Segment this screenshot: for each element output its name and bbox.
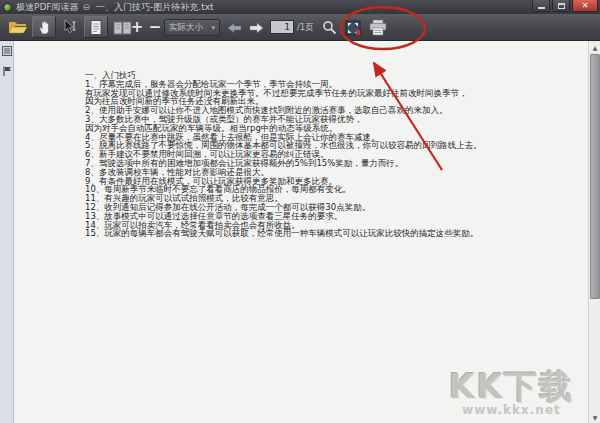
- single-page-icon: [88, 19, 104, 36]
- fullscreen-icon: [345, 20, 361, 36]
- open-folder-icon: [8, 20, 28, 35]
- scroll-down-button[interactable]: ▼: [589, 411, 600, 423]
- doc-line: 15、玩家的每辆车都会有驾驶天赋可以获取，经常使用一种车辆模式可以让玩家比较快的…: [85, 229, 481, 238]
- site-watermark: KK下载 www.kkx.net: [449, 371, 574, 417]
- arrow-left-icon: [227, 22, 242, 34]
- select-text-button[interactable]: [60, 17, 80, 37]
- document-text: 一、入门技巧 1、序幕完成后，服务器会分配给玩家一个季节，季节会持续一周。 有玩…: [85, 71, 481, 238]
- pdf-reader-window: 极速PDF阅读器 ⊖ 一、入门技巧-图片待补充.txt ✕: [0, 0, 600, 423]
- close-button[interactable]: ✕: [572, 0, 598, 12]
- maximize-button[interactable]: [552, 0, 570, 12]
- search-button[interactable]: [320, 18, 338, 36]
- hand-tool-button[interactable]: [32, 16, 56, 38]
- app-logo-icon: [3, 3, 12, 12]
- app-title: 极速PDF阅读器: [16, 1, 79, 14]
- bookmark-flag-icon[interactable]: [2, 66, 12, 76]
- maximize-icon: [558, 3, 565, 9]
- page-total-label: /1页: [297, 22, 314, 34]
- watermark-url: www.kkx.net: [449, 403, 574, 417]
- printer-icon: [368, 19, 388, 36]
- previous-page-button[interactable]: [226, 21, 242, 34]
- scroll-up-button[interactable]: ▲: [589, 41, 600, 53]
- sidebar-rail: [0, 41, 14, 423]
- next-page-button[interactable]: [248, 21, 264, 34]
- plus-icon: +: [131, 20, 144, 35]
- minimize-button[interactable]: [532, 0, 550, 12]
- close-icon: ✕: [582, 1, 589, 10]
- scroll-up-icon: ▲: [593, 44, 598, 51]
- select-cursor-icon: [62, 19, 78, 35]
- fullscreen-button[interactable]: [344, 19, 362, 36]
- arrow-right-icon: [249, 22, 264, 34]
- zoom-level-value: 实际大小: [169, 22, 203, 34]
- document-title: 一、入门技巧-图片待补充.txt: [96, 1, 214, 14]
- document-page[interactable]: 一、入门技巧 1、序幕完成后，服务器会分配给玩家一个季节，季节会持续一周。 有玩…: [15, 41, 586, 423]
- main-area: 一、入门技巧 1、序幕完成后，服务器会分配给玩家一个季节，季节会持续一周。 有玩…: [0, 41, 600, 423]
- zoom-out-button[interactable]: −: [146, 18, 164, 36]
- chevron-down-icon: ▾: [211, 24, 215, 32]
- open-file-button[interactable]: [7, 19, 28, 36]
- scroll-down-icon: ▼: [593, 414, 598, 421]
- minus-icon: −: [149, 20, 162, 35]
- single-page-view-button[interactable]: [84, 16, 108, 38]
- scrollbar-thumb[interactable]: [590, 54, 600, 299]
- zoom-level-select[interactable]: 实际大小 ▾: [164, 19, 220, 36]
- minimize-icon: [538, 7, 545, 9]
- search-icon: [322, 20, 337, 35]
- thumbnails-tab-icon[interactable]: [2, 46, 12, 56]
- vertical-scrollbar[interactable]: ▲ ▼: [588, 41, 600, 423]
- menu-circle-icon[interactable]: ⊖: [83, 2, 91, 12]
- page-number-input[interactable]: [270, 20, 294, 34]
- watermark-logo-text: KK下载: [449, 371, 574, 403]
- print-button[interactable]: [367, 18, 389, 36]
- window-controls: ✕: [530, 0, 598, 12]
- hand-icon: [37, 19, 52, 35]
- zoom-in-button[interactable]: +: [128, 18, 146, 36]
- toolbar: + − 实际大小 ▾ /1页: [0, 14, 600, 41]
- title-bar: 极速PDF阅读器 ⊖ 一、入门技巧-图片待补充.txt ✕: [0, 0, 600, 14]
